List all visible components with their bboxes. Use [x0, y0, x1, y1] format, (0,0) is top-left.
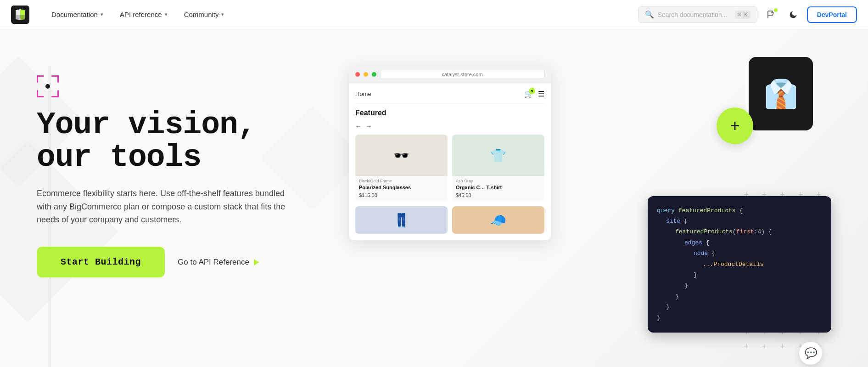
cart-badge: 5 [529, 88, 535, 94]
arrow-left-icon: ← [355, 123, 362, 130]
plus-circle-button[interactable]: + [717, 107, 753, 144]
product-price-1: $45.00 [452, 192, 544, 202]
navbar: Documentation ▾ API reference ▾ Communit… [0, 0, 868, 29]
product-price-0: $115.00 [355, 192, 448, 202]
chat-bubble-button[interactable]: 💬 [799, 342, 822, 365]
product-row-2: 👖 🧢 [355, 206, 544, 234]
code-line-6: ...ProductDetails [657, 259, 822, 270]
shirt-icon: 👔 [764, 78, 798, 110]
browser-dot-maximize [372, 72, 376, 77]
browser-dot-minimize [364, 72, 368, 77]
flag-button[interactable] [763, 6, 779, 23]
browser-content: Home 🛒 5 ☰ Featured ← → [349, 83, 551, 240]
code-line-9: } [657, 291, 822, 302]
search-placeholder: Search documentation... [658, 11, 731, 18]
product-label-1: Ash Gray [452, 176, 544, 183]
browser-nav-home: Home [355, 90, 371, 97]
code-function: featuredProducts [678, 207, 736, 214]
code-line-10: } [657, 302, 822, 312]
browser-nav-arrows: ← → [355, 123, 544, 130]
product-card-sunglasses: 🕶️ Black/Gold Frame Polarized Sunglasses… [355, 135, 448, 202]
cart-icon-wrap: 🛒 5 [524, 90, 533, 98]
code-keyword: query [657, 207, 678, 214]
arrow-right-icon [254, 259, 259, 265]
chevron-down-icon: ▾ [165, 11, 168, 17]
hero-right: catalyst-store.com Home 🛒 5 ☰ Featured ← [321, 57, 831, 367]
notification-dot [774, 8, 778, 12]
browser-url-bar: catalyst-store.com [380, 70, 544, 79]
product-image-jeans: 👖 [355, 206, 448, 234]
chevron-down-icon: ▾ [221, 11, 224, 17]
code-line-5: node { [657, 248, 822, 259]
start-building-button[interactable]: Start Building [37, 247, 165, 277]
svg-rect-4 [57, 75, 59, 83]
code-line-4: edges { [657, 237, 822, 248]
featured-label: Featured [355, 109, 544, 117]
menu-icon: ☰ [538, 90, 544, 98]
browser-bar: catalyst-store.com [349, 66, 551, 83]
svg-point-9 [45, 84, 50, 89]
product-image-tshirt: 👕 [452, 135, 544, 176]
product-image-hat: 🧢 [452, 206, 544, 234]
product-card-jeans: 👖 [355, 206, 448, 234]
product-image-sunglasses: 🕶️ [355, 135, 448, 176]
nav-documentation[interactable]: Documentation ▾ [44, 7, 111, 22]
product-grid: 🕶️ Black/Gold Frame Polarized Sunglasses… [355, 135, 544, 202]
logo[interactable] [11, 6, 29, 24]
dev-portal-button[interactable]: DevPortal [807, 6, 857, 23]
product-card-tshirt: 👕 Ash Gray Organic C… T-shirt $45.00 [452, 135, 544, 202]
code-line-3: featuredProducts(first:4) { [657, 226, 822, 237]
nav-api-reference[interactable]: API reference ▾ [112, 7, 175, 22]
hero-actions: Start Building Go to API Reference [37, 247, 321, 277]
hero-description: Ecommerce flexibility starts here. Use o… [37, 187, 294, 226]
code-line-7: } [657, 270, 822, 280]
navbar-right: 🔍 Search documentation... ⌘ K DevPortal [638, 6, 857, 23]
product-label-0: Black/Gold Frame [355, 176, 448, 183]
svg-rect-2 [37, 75, 38, 83]
dark-mode-button[interactable] [785, 6, 801, 23]
browser-dot-close [355, 72, 360, 77]
product-card-hat: 🧢 [452, 206, 544, 234]
code-line-8: } [657, 280, 822, 291]
svg-rect-6 [37, 90, 38, 97]
code-line-2: site { [657, 216, 822, 226]
search-bar[interactable]: 🔍 Search documentation... ⌘ K [638, 6, 757, 23]
search-icon: 🔍 [645, 10, 654, 19]
api-reference-link[interactable]: Go to API Reference [178, 258, 259, 267]
code-block: query featuredProducts { site { featured… [648, 196, 831, 333]
main-nav: Documentation ▾ API reference ▾ Communit… [44, 7, 638, 22]
svg-rect-8 [57, 90, 59, 97]
code-line-11: } [657, 315, 661, 322]
hero-left: Your vision, our tools Ecommerce flexibi… [37, 57, 321, 277]
browser-nav-bar: Home 🛒 5 ☰ [355, 90, 544, 103]
shirt-card: 👔 [749, 57, 813, 130]
hero-headline: Your vision, our tools [37, 108, 321, 174]
product-name-1: Organic C… T-shirt [452, 183, 544, 192]
browser-nav-icons: 🛒 5 ☰ [524, 90, 544, 98]
mock-browser: catalyst-store.com Home 🛒 5 ☰ Featured ← [349, 66, 551, 240]
chevron-down-icon: ▾ [101, 11, 103, 17]
crosshair-icon [37, 75, 59, 97]
product-name-0: Polarized Sunglasses [355, 183, 448, 192]
search-shortcut: ⌘ K [735, 11, 750, 19]
arrow-right-icon: → [365, 123, 372, 130]
hero-section: Your vision, our tools Ecommerce flexibi… [0, 29, 868, 367]
nav-community[interactable]: Community ▾ [177, 7, 232, 22]
